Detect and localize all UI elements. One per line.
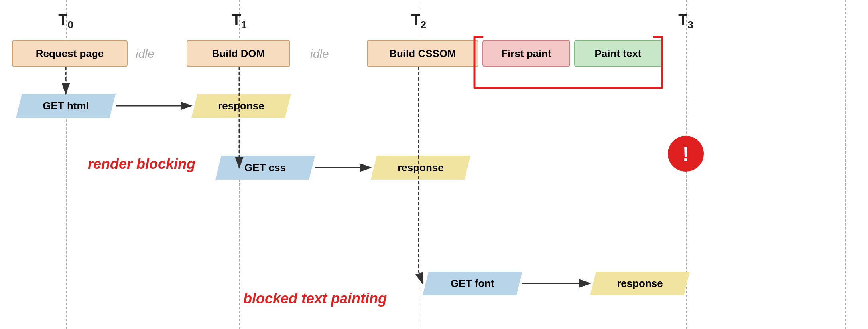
- request-page-box: Request page: [12, 40, 128, 67]
- response-html-box: response: [191, 94, 291, 118]
- get-css-box: GET css: [215, 156, 315, 180]
- idle-label-2: idle: [310, 47, 329, 61]
- time-label-t2: T2: [411, 11, 426, 31]
- get-font-box: GET font: [423, 272, 522, 295]
- time-label-t0: T0: [58, 11, 73, 31]
- idle-label-1: idle: [136, 47, 154, 61]
- response-font-box: response: [590, 272, 690, 295]
- response-css-box: response: [371, 156, 470, 180]
- vline-t4: [845, 0, 846, 329]
- get-html-box: GET html: [16, 94, 116, 118]
- diagram: T0 T1 T2 T3 Request page Build DOM Build…: [0, 0, 868, 329]
- blocked-text-painting-label: blocked text painting: [243, 290, 387, 307]
- render-blocking-label: render blocking: [88, 156, 195, 172]
- first-paint-box: First paint: [482, 40, 570, 67]
- time-label-t3: T3: [678, 11, 693, 31]
- time-label-t1: T1: [232, 11, 247, 31]
- paint-text-box: Paint text: [574, 40, 662, 67]
- build-dom-box: Build DOM: [187, 40, 290, 67]
- error-circle: !: [668, 136, 704, 172]
- build-cssom-box: Build CSSOM: [367, 40, 478, 67]
